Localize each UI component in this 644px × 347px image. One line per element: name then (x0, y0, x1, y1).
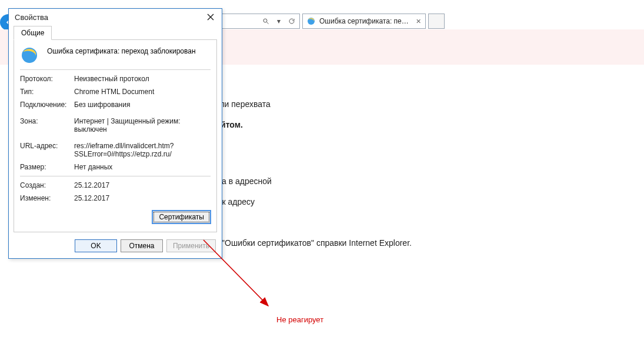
value-size: Нет данных (74, 163, 211, 171)
label-url: URL-адрес: (20, 138, 71, 158)
svg-point-0 (263, 19, 267, 22)
ok-button[interactable]: OK (75, 239, 117, 252)
property-grid-2: Создан: 25.12.2017 Изменен: 25.12.2017 (20, 181, 211, 202)
certificates-button[interactable]: Сертификаты (152, 211, 211, 223)
close-icon (207, 14, 214, 21)
separator (20, 176, 211, 176)
value-protocol: Неизвестный протокол (74, 75, 211, 83)
refresh-icon[interactable] (288, 17, 296, 25)
ie-icon (306, 16, 316, 26)
tab-title: Ошибка сертификата: пер... (319, 17, 411, 25)
cancel-button[interactable]: Отмена (121, 239, 163, 252)
value-type: Chrome HTML Document (74, 88, 211, 96)
label-connection: Подключение: (20, 101, 71, 109)
property-grid-1: Протокол: Неизвестный протокол Тип: Chro… (20, 75, 211, 171)
value-created: 25.12.2017 (74, 181, 211, 189)
dialog-titlebar[interactable]: Свойства (9, 9, 222, 25)
dialog-close-button[interactable] (203, 11, 218, 24)
dialog-body: Ошибка сертификата: переход заблокирован… (14, 39, 217, 232)
browser-tab[interactable]: Ошибка сертификата: пер... ✕ (302, 14, 426, 29)
dialog-title: Свойства (15, 13, 48, 22)
properties-dialog: Свойства Общие Ошибка сертификата: перех… (8, 8, 222, 259)
tab-close-icon[interactable]: ✕ (415, 18, 422, 25)
search-icon[interactable] (262, 17, 270, 25)
value-url: res://ieframe.dll/invalidcert.htm?SSLErr… (74, 138, 211, 158)
label-type: Тип: (20, 88, 71, 96)
label-protocol: Протокол: (20, 75, 71, 83)
apply-button: Применить (166, 239, 216, 252)
dialog-tabstrip: Общие (9, 25, 222, 39)
annotation-text: Не реагирует (276, 315, 323, 324)
separator (20, 69, 211, 70)
dialog-footer: OK Отмена Применить (9, 236, 222, 258)
dropdown-icon[interactable]: ▾ (275, 17, 283, 25)
new-tab-button[interactable] (428, 14, 445, 29)
ie-document-icon (20, 46, 39, 65)
label-created: Создан: (20, 181, 71, 189)
label-zone: Зона: (20, 114, 71, 134)
value-connection: Без шифрования (74, 101, 211, 109)
value-modified: 25.12.2017 (74, 194, 211, 202)
value-zone: Интернет | Защищенный режим: выключен (74, 114, 211, 134)
dialog-tab-general[interactable]: Общие (14, 26, 52, 40)
label-size: Размер: (20, 163, 71, 171)
svg-line-1 (267, 22, 269, 24)
dialog-header-text: Ошибка сертификата: переход заблокирован (47, 46, 196, 55)
label-modified: Изменен: (20, 194, 71, 202)
